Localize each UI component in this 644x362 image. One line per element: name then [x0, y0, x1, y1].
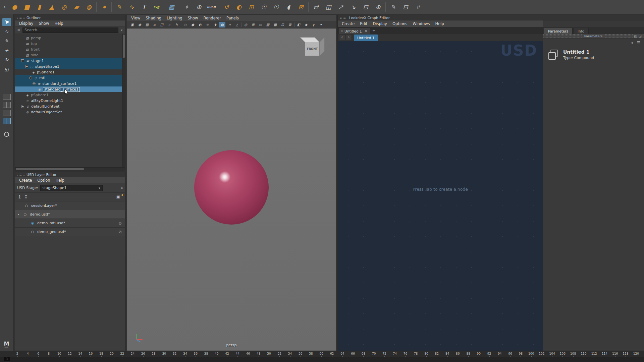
import-cube-icon[interactable]: ↘: [348, 2, 358, 12]
smooth-shade-icon[interactable]: ●: [190, 22, 196, 27]
timeline-tick[interactable]: 88: [463, 351, 473, 357]
timeline-tick[interactable]: 40: [211, 351, 222, 357]
timeline-tick[interactable]: 116: [610, 351, 620, 357]
timeline-tick[interactable]: 50: [264, 351, 274, 357]
safe-title-icon[interactable]: ⊠: [287, 22, 293, 27]
poly-cylinder-icon[interactable]: ▮: [34, 2, 44, 12]
timeline-tick[interactable]: 94: [494, 351, 505, 357]
sculpt-pencil-icon[interactable]: ✎: [114, 2, 124, 12]
outliner-item[interactable]: ▤ side: [15, 52, 125, 58]
outliner-item[interactable]: − □ stageShape1: [15, 64, 125, 69]
zoom-in-select-icon[interactable]: ⊕: [194, 2, 204, 12]
type-tool-icon[interactable]: T: [139, 2, 149, 12]
toolbar-separator[interactable]: [241, 22, 241, 27]
transfer-up-icon[interactable]: ↥: [18, 194, 21, 199]
view-cube-side-face[interactable]: [320, 37, 325, 56]
super-shape-icon[interactable]: ✶: [99, 2, 109, 12]
timeline-tick[interactable]: 52: [274, 351, 285, 357]
shadows-icon[interactable]: ◑: [212, 22, 218, 27]
timeline-tick[interactable]: 38: [201, 351, 211, 357]
outliner-tree[interactable]: ▤ persp ▤ top ▤ front ▤ side − ▣: [15, 34, 125, 167]
timeline-tick[interactable]: 104: [547, 351, 557, 357]
menu-item[interactable]: Edit: [357, 21, 370, 26]
scrollbar-thumb[interactable]: [123, 35, 125, 58]
pencil-annotate-icon[interactable]: ✎: [388, 2, 398, 12]
outliner-item[interactable]: + ⊙ defaultLightSet: [15, 104, 125, 109]
usd-layer-list[interactable]: ○ sessionLayer* ▾ ○ demo.usd* ◉ demo_mtl…: [15, 201, 125, 236]
layout-split-pane-button[interactable]: [3, 110, 11, 116]
timeline-tick[interactable]: 10: [54, 351, 64, 357]
timeline-tick[interactable]: 28: [148, 351, 159, 357]
timeline-tick[interactable]: 74: [390, 351, 400, 357]
lasso-select-tool[interactable]: ∿: [2, 27, 11, 36]
outliner-item[interactable]: ◈ pSphere1: [15, 69, 125, 75]
toolbar-separator[interactable]: [181, 22, 181, 27]
timeline-tick[interactable]: 68: [358, 351, 369, 357]
rotate-tool[interactable]: ↻: [2, 56, 11, 64]
time-slider-ticks[interactable]: 2468101214161820222426283032343638404244…: [12, 351, 641, 357]
nav-forward-button[interactable]: ›: [346, 34, 352, 40]
timeline-tick[interactable]: 62: [327, 351, 337, 357]
left-eye-icon[interactable]: ☉: [259, 2, 269, 12]
menu-item[interactable]: Windows: [410, 21, 432, 26]
svg-tool-icon[interactable]: svg: [151, 2, 161, 12]
view-cube[interactable]: FRONT: [305, 36, 326, 56]
menu-item[interactable]: Option: [35, 178, 53, 183]
timeline-tick[interactable]: 12: [64, 351, 75, 357]
poly-torus-icon[interactable]: ◎: [59, 2, 69, 12]
shelf-separator[interactable]: [96, 2, 97, 12]
move-tool[interactable]: +: [2, 46, 11, 54]
breadcrumb-tab-untitled-1[interactable]: Untitled 1: [354, 35, 378, 41]
transfer-attributes-icon[interactable]: ⇄: [311, 2, 321, 12]
timeline-tick[interactable]: 24: [127, 351, 138, 357]
pan-zoom-icon[interactable]: ⌗: [166, 22, 172, 27]
mute-layer-icon[interactable]: ⊘: [118, 221, 122, 226]
menu-item[interactable]: Panels: [224, 16, 241, 20]
hamburger-menu-icon[interactable]: ☰: [637, 41, 640, 45]
layer-radio-icon[interactable]: ○: [22, 213, 28, 216]
menu-item[interactable]: Show: [36, 21, 52, 26]
field-chart-icon[interactable]: ⊞: [250, 22, 256, 27]
usd-layer-row[interactable]: ◉ demo_mtl.usd* ⊘: [15, 219, 125, 228]
timeline-tick[interactable]: 78: [411, 351, 421, 357]
image-plane-icon[interactable]: ◫: [159, 22, 165, 27]
usd-layer-row[interactable]: ▾ ○ demo.usd*: [15, 210, 125, 219]
timeline-tick[interactable]: 82: [432, 351, 442, 357]
timeline-tick[interactable]: 30: [159, 351, 169, 357]
menu-item[interactable]: Lighting: [164, 16, 185, 20]
search-options-chevron[interactable]: ▾: [120, 28, 124, 32]
outliner-item[interactable]: ☼ aiSkyDomeLight1: [15, 98, 125, 104]
timeline-tick[interactable]: 106: [557, 351, 568, 357]
expand-toggle-icon[interactable]: −: [25, 65, 28, 68]
timeline-tick[interactable]: 92: [484, 351, 494, 357]
timeline-tick[interactable]: 18: [96, 351, 106, 357]
timeline-tick[interactable]: 102: [536, 351, 547, 357]
scale-tool[interactable]: ◱: [2, 65, 11, 73]
panel-grip-icon[interactable]: [17, 16, 24, 19]
timeline-tick[interactable]: 60: [316, 351, 327, 357]
outliner-item[interactable]: − ◉ standard_surface1: [15, 81, 125, 86]
outliner-item[interactable]: ◈ pSphere1: [15, 92, 125, 98]
shelf-separator[interactable]: [308, 2, 309, 12]
timeline-tick[interactable]: 54: [285, 351, 295, 357]
timeline-tick[interactable]: 118: [620, 351, 631, 357]
usd-layer-editor-title-bar[interactable]: USD Layer Editor: [15, 172, 125, 177]
menu-item[interactable]: Show: [185, 16, 201, 20]
timeline-tick[interactable]: 14: [75, 351, 86, 357]
wireframe-icon[interactable]: ◇: [182, 22, 189, 27]
expand-toggle-icon[interactable]: −: [29, 76, 32, 79]
timeline-tick[interactable]: 114: [599, 351, 610, 357]
timeline-tick[interactable]: 26: [138, 351, 148, 357]
timeline-tick[interactable]: 42: [222, 351, 232, 357]
outliner-item[interactable]: ◉ standard_surface1: [15, 86, 125, 92]
timeline-tick[interactable]: 46: [243, 351, 253, 357]
layout-single-pane-button[interactable]: [3, 94, 11, 100]
layout-four-pane-button[interactable]: [3, 102, 11, 108]
view-cube-front-face[interactable]: FRONT: [305, 42, 320, 56]
timeline-tick[interactable]: 70: [369, 351, 379, 357]
parameters-drag-bar[interactable]: Parameters ◰ ◳: [543, 34, 644, 39]
timeline-tick[interactable]: 36: [191, 351, 201, 357]
menu-item[interactable]: Display: [370, 21, 390, 26]
scrollbar-thumb[interactable]: [16, 168, 84, 170]
menu-item[interactable]: Options: [390, 21, 410, 26]
